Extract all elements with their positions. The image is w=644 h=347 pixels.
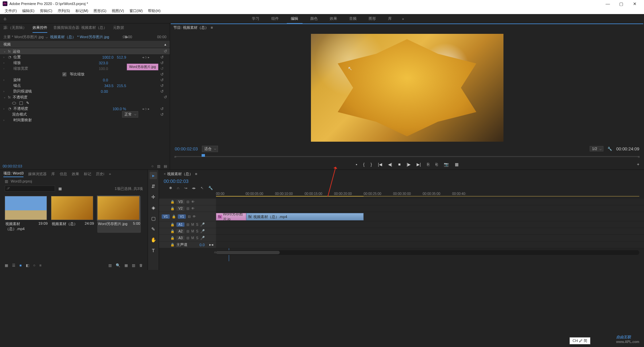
razor-tool[interactable]: ◈ (150, 204, 157, 211)
bin-item-selected[interactable]: Word另存图片.jpg5:00 (97, 196, 141, 233)
new-bin-icon[interactable]: ▦ (124, 263, 128, 268)
menu-file[interactable]: 文件(F) (2, 8, 19, 13)
program-timecode[interactable]: 00:00:02:03 (175, 146, 198, 151)
play-stop-button[interactable]: ■ (398, 162, 400, 167)
menu-window[interactable]: 窗口(W) (127, 8, 146, 13)
fit-icon[interactable]: ▤ (164, 164, 167, 168)
icon-view-icon[interactable]: ☰ (12, 263, 15, 268)
reset-icon[interactable]: ↺ (160, 112, 164, 117)
current-timecode[interactable]: 00:00:02:03 (3, 164, 22, 168)
panel-menu-icon[interactable]: ≡ (195, 172, 197, 176)
stopwatch-icon[interactable]: ◔ (8, 107, 11, 111)
tab-metadata[interactable]: 元数据 (113, 25, 124, 31)
workspace-assembly[interactable]: 组件 (265, 16, 285, 21)
ime-indicator[interactable]: CH 🖉 简 (570, 337, 590, 344)
resolution-dropdown[interactable]: 1/2 (590, 146, 603, 151)
comparison-view-button[interactable]: ▦ (455, 162, 459, 167)
slip-tool[interactable]: ▢ (150, 215, 157, 222)
reset-icon[interactable]: ↺ (160, 55, 164, 60)
reset-icon[interactable]: ↺ (164, 95, 167, 99)
tab-markers[interactable]: 标记 (84, 171, 91, 177)
export-frame-button[interactable]: 📷 (444, 162, 449, 167)
position-y-value[interactable]: 512.9 (117, 55, 126, 59)
tab-media-browser[interactable]: 媒体浏览器 (28, 171, 47, 177)
find-icon[interactable]: 🔍 (116, 263, 120, 268)
timeline-zoom-scrollbar[interactable]: ○ (216, 250, 639, 255)
workspace-editing[interactable]: 编辑 (285, 16, 304, 21)
mark-in-button[interactable]: { (363, 162, 365, 167)
scale-value[interactable]: 323.0 (99, 61, 108, 65)
go-to-out-button[interactable]: ▶| (417, 162, 421, 167)
workspace-libraries[interactable]: 库 (382, 16, 398, 21)
tabs-more[interactable]: » (109, 172, 111, 176)
toggle-output-icon[interactable]: 👁 (193, 215, 196, 218)
tab-source[interactable]: 源:（无剪辑） (3, 25, 26, 31)
workspace-graphics[interactable]: 图形 (363, 16, 382, 21)
minimize-button[interactable]: — (601, 1, 614, 6)
tab-audio-mixer[interactable]: 音频剪辑混合器: 视频素材（总） (53, 25, 107, 31)
menu-sequence[interactable]: 序列(S) (55, 8, 73, 13)
keyframe-nav[interactable]: ◂ ◇ ▸ (142, 56, 150, 59)
master-gain-value[interactable]: 0.0 (200, 243, 205, 247)
filter-bin-icon[interactable]: ▦ (58, 187, 62, 191)
anchor-y-value[interactable]: 215.5 (117, 84, 126, 88)
thumbnail[interactable] (51, 196, 93, 220)
panel-menu-icon[interactable]: ≡ (211, 25, 213, 29)
settings-icon[interactable]: 🔧 (607, 147, 612, 151)
fx-badge-icon[interactable]: fx (8, 50, 11, 53)
flicker-value[interactable]: 0.00 (101, 89, 108, 93)
track-select-tool[interactable]: ⇵ (150, 183, 157, 190)
workspace-audio[interactable]: 音频 (343, 16, 363, 21)
maximize-button[interactable]: ▢ (614, 1, 628, 6)
chevron-right-icon[interactable]: › (3, 56, 6, 59)
fx-opacity-header[interactable]: ⌄ fx 不透明度 ↺ (0, 94, 170, 100)
bin-item[interactable]: 视频素材（总）24:09 (51, 196, 95, 233)
pen-mask-icon[interactable]: ✎ (26, 101, 29, 105)
menu-graphics[interactable]: 图形(G) (91, 8, 109, 13)
workspace-color[interactable]: 颜色 (304, 16, 324, 21)
step-forward-button[interactable]: |▶ (407, 162, 411, 167)
clip-link[interactable]: * Word另存图片.jpg (77, 34, 109, 40)
fx-motion-header[interactable]: ⌄ fx 运动 ↺ (0, 48, 170, 54)
timeline-ruler[interactable]: 00:00 00:00:05:00 00:00:10:00 00:00:15:0… (216, 191, 644, 199)
anchor-x-value[interactable]: 343.5 (104, 84, 114, 88)
sync-lock-icon[interactable]: ⊟ (188, 215, 191, 218)
delete-icon[interactable]: 🗑 (139, 263, 143, 267)
reset-icon[interactable]: ↺ (160, 61, 164, 65)
rotation-value[interactable]: 0.0 (103, 78, 108, 82)
menu-help[interactable]: 帮助(H) (145, 8, 163, 13)
reset-icon[interactable]: ↺ (160, 89, 164, 94)
button-editor-button[interactable]: + (637, 162, 639, 167)
sequence-link[interactable]: 视频素材（总） (50, 34, 76, 40)
zoom-slider-icon[interactable]: ○ (151, 164, 154, 168)
menu-edit[interactable]: 编辑(E) (19, 8, 37, 13)
go-to-in-button[interactable]: |◀ (378, 162, 382, 167)
snap-icon[interactable]: ✱ (169, 186, 172, 190)
tab-libraries[interactable]: 库 (51, 171, 55, 177)
mark-out-button[interactable]: } (371, 162, 372, 167)
program-tab[interactable]: 节目: 视频素材（总） (173, 25, 209, 30)
menu-markers[interactable]: 标记(M) (73, 8, 91, 13)
source-patch-v1[interactable]: V1 (162, 214, 170, 219)
chevron-down-icon[interactable]: ⌵ (46, 35, 48, 39)
lock-icon[interactable]: 🔒 (170, 223, 174, 226)
solo-button[interactable]: S (196, 223, 199, 226)
mute-button[interactable]: M (191, 223, 194, 226)
program-monitor[interactable]: ↖ (170, 31, 644, 144)
tab-effect-controls[interactable]: 效果控件 (33, 25, 47, 31)
list-view-icon[interactable]: ▦ (5, 263, 8, 268)
sync-lock-icon[interactable]: ⊟ (186, 207, 189, 210)
reset-icon[interactable]: ↺ (160, 83, 164, 88)
reset-icon[interactable]: ↺ (160, 107, 164, 111)
program-scrubber[interactable]: ○ ○ (175, 153, 639, 159)
menu-view[interactable]: 视图(V) (109, 8, 127, 13)
type-tool[interactable]: T (150, 247, 157, 254)
opacity-value[interactable]: 100.0 % (113, 107, 126, 111)
chevron-down-icon[interactable]: ⌄ (3, 50, 6, 53)
step-back-button[interactable]: ◀| (388, 162, 392, 167)
reset-icon[interactable]: ↺ (160, 66, 164, 71)
automate-to-seq-icon[interactable]: ▥ (108, 263, 112, 268)
workspace-learn[interactable]: 学习 (246, 16, 265, 21)
thumbnail-size-icon[interactable]: ◧ (26, 263, 29, 268)
track-target-v1[interactable]: V1 (178, 214, 186, 219)
